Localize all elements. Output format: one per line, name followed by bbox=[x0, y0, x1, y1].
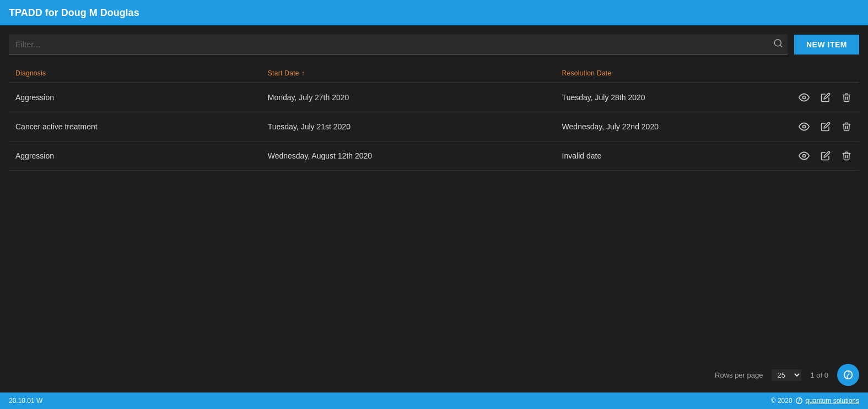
table-row: Aggression Monday, July 27th 2020 Tuesda… bbox=[9, 83, 859, 112]
svg-line-1 bbox=[780, 45, 781, 47]
delete-button[interactable] bbox=[840, 121, 853, 133]
eye-icon bbox=[799, 121, 810, 132]
edit-button[interactable] bbox=[820, 121, 832, 133]
view-button[interactable] bbox=[797, 149, 811, 162]
quantum-logo-icon bbox=[842, 369, 854, 381]
delete-button[interactable] bbox=[840, 150, 853, 162]
edit-button[interactable] bbox=[820, 91, 832, 103]
cell-start-date: Monday, July 27th 2020 bbox=[261, 83, 556, 112]
table-row: Cancer active treatment Tuesday, July 21… bbox=[9, 112, 859, 141]
cell-start-date: Tuesday, July 21st 2020 bbox=[261, 112, 556, 141]
filter-input-wrapper bbox=[9, 34, 788, 55]
delete-button[interactable] bbox=[840, 91, 853, 103]
new-item-button[interactable]: NEW ITEM bbox=[794, 35, 859, 54]
view-button[interactable] bbox=[797, 91, 811, 104]
pencil-icon bbox=[821, 92, 831, 102]
view-button[interactable] bbox=[797, 120, 811, 133]
data-table: Diagnosis Start Date ↑ Resolution Date A… bbox=[9, 64, 859, 171]
company-name: quantum solutions bbox=[806, 397, 859, 405]
col-header-start-date[interactable]: Start Date ↑ bbox=[261, 64, 556, 83]
top-bar: TPADD for Doug M Douglas bbox=[0, 0, 868, 25]
trash-icon bbox=[842, 92, 851, 102]
svg-point-3 bbox=[803, 126, 806, 128]
sort-arrow-icon: ↑ bbox=[301, 69, 305, 77]
cell-resolution-date: Tuesday, July 28th 2020 bbox=[556, 83, 791, 112]
pagination-info: 1 of 0 bbox=[810, 371, 828, 379]
copyright-area: © 2020 quantum solutions bbox=[771, 396, 859, 405]
search-button[interactable] bbox=[773, 39, 783, 51]
rows-per-page-label: Rows per page bbox=[715, 371, 763, 379]
logo-button[interactable] bbox=[837, 364, 859, 386]
table-row: Aggression Wednesday, August 12th 2020 I… bbox=[9, 141, 859, 171]
copyright-text: © 2020 bbox=[771, 397, 792, 405]
col-header-resolution-date: Resolution Date bbox=[556, 64, 791, 83]
col-header-diagnosis: Diagnosis bbox=[9, 64, 261, 83]
search-icon bbox=[773, 39, 783, 48]
main-content: NEW ITEM Diagnosis Start Date ↑ Resoluti… bbox=[0, 25, 868, 357]
trash-icon bbox=[842, 151, 851, 161]
app-title: TPADD for Doug M Douglas bbox=[9, 7, 139, 19]
cell-start-date: Wednesday, August 12th 2020 bbox=[261, 141, 556, 171]
edit-button[interactable] bbox=[820, 150, 832, 162]
bottom-bar: 20.10.01 W © 2020 quantum solutions bbox=[0, 392, 868, 409]
copyright-logo-icon bbox=[795, 396, 804, 405]
cell-diagnosis: Aggression bbox=[9, 83, 261, 112]
trash-icon bbox=[842, 122, 851, 132]
pencil-icon bbox=[821, 151, 831, 161]
eye-icon bbox=[799, 150, 810, 161]
cell-resolution-date: Wednesday, July 22nd 2020 bbox=[556, 112, 791, 141]
pencil-icon bbox=[821, 122, 831, 132]
col-header-actions bbox=[791, 64, 859, 83]
version-label: 20.10.01 W bbox=[9, 397, 42, 405]
filter-input[interactable] bbox=[9, 34, 788, 55]
eye-icon bbox=[799, 92, 810, 103]
svg-point-4 bbox=[803, 155, 806, 157]
svg-point-2 bbox=[803, 96, 806, 99]
filter-bar: NEW ITEM bbox=[9, 34, 859, 55]
pagination-bar: Rows per page 25 50 100 1 of 0 bbox=[0, 357, 868, 392]
cell-actions bbox=[791, 141, 859, 171]
cell-diagnosis: Cancer active treatment bbox=[9, 112, 261, 141]
cell-diagnosis: Aggression bbox=[9, 141, 261, 171]
cell-actions bbox=[791, 112, 859, 141]
cell-resolution-date: Invalid date bbox=[556, 141, 791, 171]
rows-per-page-select[interactable]: 25 50 100 bbox=[772, 369, 801, 381]
table-header-row: Diagnosis Start Date ↑ Resolution Date bbox=[9, 64, 859, 83]
cell-actions bbox=[791, 83, 859, 112]
